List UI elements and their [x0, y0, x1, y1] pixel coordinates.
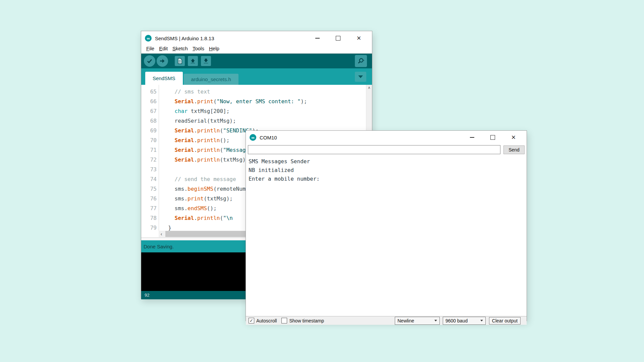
- serial-maximize-button[interactable]: [482, 131, 503, 144]
- code-line: 66 Serial.print("Now, enter SMS content:…: [141, 97, 366, 106]
- arrow-up-icon: [190, 58, 196, 64]
- ide-window-title: SendSMS | Arduino 1.8.13: [155, 36, 214, 41]
- chevron-down-icon: [434, 320, 437, 321]
- tab-arduino-secrets[interactable]: arduino_secrets.h: [184, 74, 238, 85]
- tab-list-dropdown-button[interactable]: [355, 72, 366, 82]
- ide-close-button[interactable]: ×: [348, 31, 369, 45]
- baud-rate-value: 9600 baud: [445, 318, 468, 323]
- menu-file[interactable]: File: [144, 45, 157, 52]
- send-button[interactable]: Send: [503, 145, 525, 154]
- verify-button[interactable]: [144, 55, 155, 67]
- menu-sketch[interactable]: Sketch: [170, 45, 190, 52]
- show-timestamp-label: Show timestamp: [289, 318, 324, 323]
- serial-minimize-button[interactable]: [462, 131, 482, 144]
- serial-output-line: NB initialized: [249, 166, 524, 175]
- new-sketch-button[interactable]: [175, 56, 185, 66]
- autoscroll-label: Autoscroll: [256, 318, 277, 323]
- serial-bottom-bar: ✓ Autoscroll ✓ Show timestamp Newline 96…: [246, 316, 527, 325]
- maximize-icon: [490, 135, 495, 140]
- minimize-icon: [315, 38, 320, 39]
- cursor-line-number: 92: [145, 293, 149, 298]
- ide-toolbar: [141, 54, 372, 68]
- minimize-icon: [470, 137, 474, 138]
- code-line: 68 readSerial(txtMsg);: [141, 116, 366, 126]
- check-mark-icon: ✓: [250, 318, 253, 323]
- serial-output-area[interactable]: SMS Messages SenderNB initializedEnter a…: [246, 155, 527, 316]
- upload-button[interactable]: [157, 55, 168, 67]
- code-line: 65 // sms text: [141, 87, 366, 97]
- menu-edit[interactable]: Edit: [157, 45, 170, 52]
- ide-maximize-button[interactable]: [328, 31, 348, 45]
- serial-monitor-window: ∞ COM10 × Send SMS Messages SenderNB ini…: [246, 130, 527, 321]
- serial-send-row: Send: [246, 144, 527, 155]
- status-message: Done Saving.: [144, 244, 174, 249]
- ide-minimize-button[interactable]: [307, 31, 328, 45]
- show-timestamp-checkbox[interactable]: ✓: [281, 318, 287, 323]
- line-ending-select[interactable]: Newline: [395, 317, 440, 325]
- tab-sendsms[interactable]: SendSMS: [145, 72, 183, 85]
- arduino-logo-icon: ∞: [250, 134, 256, 141]
- magnifier-icon: [357, 57, 365, 65]
- maximize-icon: [336, 36, 340, 41]
- menu-tools[interactable]: Tools: [190, 45, 207, 52]
- arrow-down-icon: [203, 58, 209, 64]
- scroll-left-icon: ‹: [159, 231, 164, 237]
- desktop: ∞ SendSMS | Arduino 1.8.13 × File Edit S…: [0, 0, 644, 362]
- serial-output-line: SMS Messages Sender: [249, 157, 524, 166]
- serial-output-line: Enter a mobile number:: [249, 175, 524, 183]
- serial-window-title: COM10: [260, 135, 277, 140]
- line-ending-value: Newline: [397, 318, 414, 323]
- code-line: 67 char txtMsg[200];: [141, 106, 366, 116]
- close-icon: ×: [512, 134, 516, 141]
- close-icon: ×: [357, 35, 361, 42]
- arrow-right-icon: [159, 58, 165, 64]
- clear-output-button[interactable]: Clear output: [489, 317, 521, 324]
- serial-close-button[interactable]: ×: [503, 131, 524, 144]
- serial-input-field[interactable]: [248, 145, 500, 154]
- baud-rate-select[interactable]: 9600 baud: [443, 317, 486, 325]
- scroll-up-icon: ∧: [366, 85, 372, 90]
- ide-tabbar: SendSMS arduino_secrets.h: [141, 68, 372, 85]
- ide-titlebar[interactable]: ∞ SendSMS | Arduino 1.8.13 ×: [141, 31, 372, 45]
- autoscroll-checkbox[interactable]: ✓: [249, 318, 254, 323]
- ide-menubar: File Edit Sketch Tools Help: [141, 45, 372, 54]
- check-icon: [147, 58, 153, 64]
- menu-help[interactable]: Help: [207, 45, 222, 52]
- arduino-logo-icon: ∞: [145, 35, 152, 42]
- chevron-down-icon: [358, 75, 363, 78]
- save-sketch-button[interactable]: [201, 56, 211, 66]
- serial-titlebar[interactable]: ∞ COM10 ×: [246, 131, 527, 144]
- document-icon: [177, 58, 183, 64]
- open-sketch-button[interactable]: [188, 56, 198, 66]
- serial-monitor-button[interactable]: [355, 55, 367, 67]
- chevron-down-icon: [480, 320, 483, 321]
